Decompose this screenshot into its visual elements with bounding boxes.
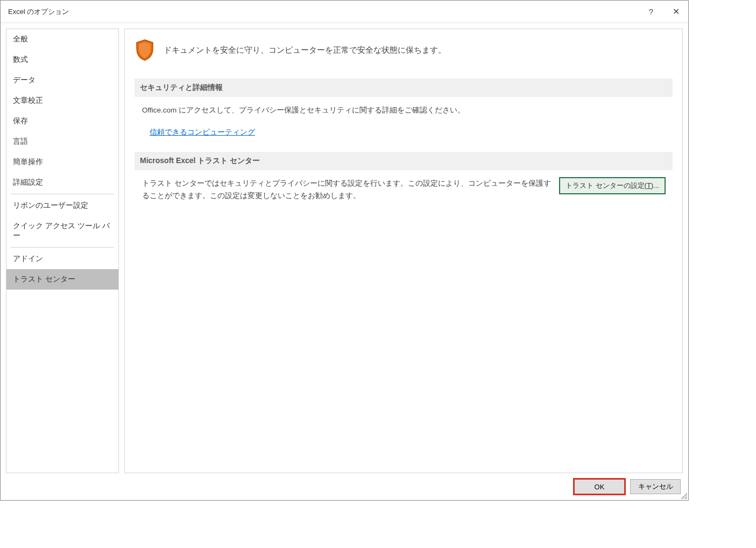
trust-center-description: トラスト センターではセキュリティとプライバシーに関する設定を行います。この設定… bbox=[142, 178, 551, 202]
sidebar-item-ease-of-access[interactable]: 簡単操作 bbox=[6, 152, 118, 172]
sidebar-divider bbox=[11, 247, 114, 248]
main-panel: ドキュメントを安全に守り、コンピューターを正常で安全な状態に保ちます。 セキュリ… bbox=[124, 29, 683, 473]
section-header-trust-center: Microsoft Excel トラスト センター bbox=[135, 152, 673, 170]
sidebar: 全般 数式 データ 文章校正 保存 言語 簡単操作 詳細設定 リボンのユーザー設… bbox=[6, 29, 119, 473]
sidebar-item-trust-center[interactable]: トラスト センター bbox=[6, 269, 118, 290]
intro-text: ドキュメントを安全に守り、コンピューターを正常で安全な状態に保ちます。 bbox=[164, 45, 446, 55]
sidebar-item-label: リボンのユーザー設定 bbox=[13, 201, 88, 209]
sidebar-item-proofing[interactable]: 文章校正 bbox=[6, 90, 118, 111]
sidebar-item-label: クイック アクセス ツール バー bbox=[13, 221, 110, 240]
sidebar-item-save[interactable]: 保存 bbox=[6, 111, 118, 131]
sidebar-item-addins[interactable]: アドイン bbox=[6, 249, 118, 269]
sidebar-item-advanced[interactable]: 詳細設定 bbox=[6, 172, 118, 193]
sidebar-item-label: トラスト センター bbox=[13, 275, 75, 283]
sidebar-item-label: 簡単操作 bbox=[13, 157, 43, 166]
section-header-security: セキュリティと詳細情報 bbox=[135, 79, 673, 97]
security-description: Office.com にアクセスして、プライバシー保護とセキュリティに関する詳細… bbox=[142, 104, 665, 117]
sidebar-item-label: 全般 bbox=[13, 34, 28, 43]
sidebar-item-label: 文章校正 bbox=[13, 96, 43, 104]
ok-button[interactable]: OK bbox=[574, 479, 625, 494]
sidebar-item-quick-access-toolbar[interactable]: クイック アクセス ツール バー bbox=[6, 216, 118, 246]
trust-center-settings-button[interactable]: トラスト センターの設定(T)... bbox=[560, 178, 665, 194]
help-button[interactable]: ? bbox=[639, 1, 663, 23]
sidebar-item-label: データ bbox=[13, 75, 36, 84]
dialog-title: Excel のオプション bbox=[8, 7, 69, 17]
dialog-footer: OK キャンセル bbox=[1, 473, 688, 500]
excel-options-dialog: Excel のオプション ? ✕ 全般 数式 データ 文章校正 保存 言語 簡単… bbox=[0, 0, 689, 501]
resize-grip-icon[interactable] bbox=[680, 491, 687, 499]
sidebar-item-label: 保存 bbox=[13, 116, 28, 125]
sidebar-item-language[interactable]: 言語 bbox=[6, 131, 118, 152]
button-accelerator: T bbox=[647, 181, 651, 189]
sidebar-item-customize-ribbon[interactable]: リボンのユーザー設定 bbox=[6, 195, 118, 216]
cancel-button[interactable]: キャンセル bbox=[630, 479, 681, 494]
button-label-suffix: )... bbox=[651, 181, 659, 189]
titlebar: Excel のオプション ? ✕ bbox=[1, 1, 688, 23]
shield-icon bbox=[135, 39, 155, 61]
sidebar-divider bbox=[11, 194, 114, 194]
sidebar-item-data[interactable]: データ bbox=[6, 70, 118, 90]
sidebar-item-formulas[interactable]: 数式 bbox=[6, 50, 118, 70]
close-button[interactable]: ✕ bbox=[663, 1, 688, 23]
trustworthy-computing-link[interactable]: 信頼できるコンピューティング bbox=[150, 127, 255, 139]
sidebar-item-label: 言語 bbox=[13, 137, 28, 145]
intro-row: ドキュメントを安全に守り、コンピューターを正常で安全な状態に保ちます。 bbox=[135, 37, 673, 64]
sidebar-item-label: 詳細設定 bbox=[13, 178, 43, 186]
sidebar-item-label: 数式 bbox=[13, 55, 28, 64]
section-body-trust-center: トラスト センターではセキュリティとプライバシーに関する設定を行います。この設定… bbox=[135, 178, 673, 215]
button-label-prefix: トラスト センターの設定( bbox=[566, 181, 647, 189]
sidebar-item-general[interactable]: 全般 bbox=[6, 29, 118, 50]
sidebar-item-label: アドイン bbox=[13, 254, 43, 263]
section-body-security: Office.com にアクセスして、プライバシー保護とセキュリティに関する詳細… bbox=[135, 104, 673, 152]
